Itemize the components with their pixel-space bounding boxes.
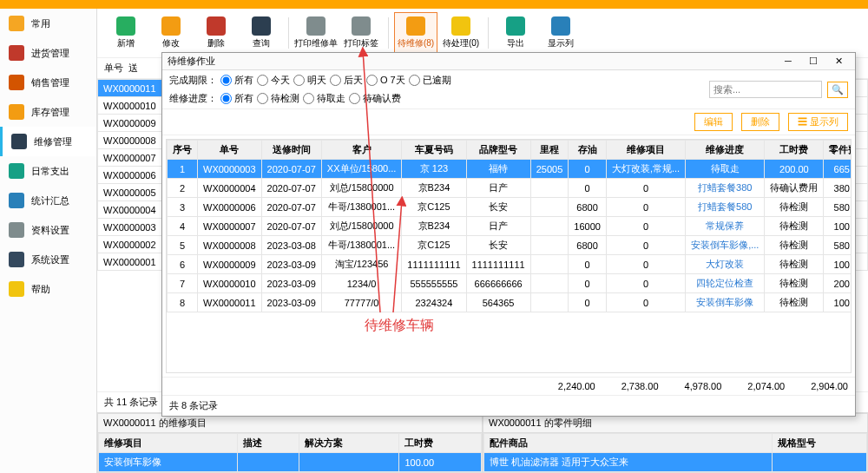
col-header[interactable]: 里程 (530, 141, 569, 160)
search-go-button[interactable]: 🔍 (827, 82, 848, 98)
nav-icon (9, 75, 24, 90)
table-row[interactable]: 2WX00000042020-07-07刘总/15800000京B234日产00… (168, 179, 852, 198)
col-header[interactable]: 工时费 (765, 141, 824, 160)
modal-status: 共 8 条记录 (169, 399, 218, 412)
radio-option[interactable]: 待检测 (257, 92, 299, 105)
bg-no[interactable]: WX0000009 (98, 115, 162, 132)
radio-option[interactable]: O 7天 (366, 74, 405, 87)
col-header[interactable]: 序号 (168, 141, 198, 160)
delete-button[interactable]: 删除 (741, 113, 779, 131)
bg-no[interactable]: WX0000004 (98, 201, 162, 219)
col-header[interactable]: 品牌型号 (466, 141, 530, 160)
maximize-icon[interactable]: ☐ (802, 56, 825, 67)
bp-col[interactable]: 规格型号 (772, 434, 866, 453)
radio-option[interactable]: 所有 (220, 92, 253, 105)
bp-row[interactable]: 安装倒车影像100.00 (99, 453, 482, 472)
toolbar-label: 新增 (117, 37, 135, 49)
col-header[interactable]: 维修进度 (686, 141, 765, 160)
sidebar-item[interactable]: 系统设置 (0, 245, 96, 274)
toolbar-button[interactable]: 打印标签 (339, 13, 383, 53)
bp-col[interactable]: 配件商品 (484, 434, 773, 453)
total-value: 2,738.00 (621, 381, 659, 391)
col-header[interactable]: 送修时间 (261, 141, 321, 160)
sidebar-item[interactable]: 库存管理 (0, 97, 96, 127)
bp-row[interactable]: 博世 机油滤清器 适用于大众宝来 (484, 453, 867, 472)
table-row[interactable]: 8WX00000112023-03-0977777/02324324564365… (168, 293, 852, 312)
sidebar-item[interactable]: 常用 (0, 9, 96, 38)
toolbar-button[interactable]: 显示列 (539, 13, 582, 53)
toolbar-label: 打印维修单 (294, 37, 338, 49)
radio-option[interactable]: 后天 (330, 74, 363, 87)
sidebar-item[interactable]: 资料设置 (0, 215, 96, 245)
toolbar-button[interactable]: 待处理(0) (439, 13, 483, 53)
nav-icon (9, 16, 24, 31)
radio-option[interactable]: 已逾期 (409, 74, 451, 87)
table-row[interactable]: 7WX00000102023-03-091234/055555555566666… (168, 274, 852, 293)
toolbar-button[interactable]: 打印维修单 (294, 13, 338, 53)
bp-col[interactable]: 解决方案 (299, 434, 398, 453)
radio-option[interactable]: 今天 (257, 74, 290, 87)
table-row[interactable]: 5WX00000082023-03-08牛哥/1380001...京C125长安… (168, 236, 852, 255)
toolbar-button[interactable]: 导出 (494, 13, 537, 53)
toolbar-label: 导出 (507, 37, 524, 49)
table-row[interactable]: 6WX00000092023-03-09淘宝/12345611111111111… (168, 255, 852, 274)
col-header[interactable]: 客户 (321, 141, 402, 160)
bp-title: WX0000011 的维修项目 (98, 414, 482, 433)
bg-no[interactable]: WX0000003 (98, 219, 162, 236)
bp-col[interactable]: 维修项目 (99, 434, 238, 453)
toolbar-button[interactable]: 待维修(8) (394, 12, 437, 54)
sidebar-item[interactable]: 销售管理 (0, 68, 96, 97)
bg-no[interactable]: WX0000011 (98, 80, 162, 97)
col-header[interactable]: 车夏号码 (402, 141, 466, 160)
sidebar-item-label: 帮助 (31, 283, 50, 296)
sidebar-item-label: 资料设置 (31, 224, 69, 237)
toolbar-label: 待维修(8) (398, 37, 434, 49)
sidebar-item-label: 系统设置 (31, 253, 69, 266)
toolbar-icon (161, 16, 181, 36)
total-value: 4,978.00 (685, 381, 722, 391)
radio-option[interactable]: 明天 (293, 74, 326, 87)
nav-icon (11, 134, 27, 149)
minimize-icon[interactable]: ─ (777, 56, 799, 66)
bg-no[interactable]: WX0000001 (98, 253, 162, 271)
toolbar-icon (451, 16, 470, 36)
toolbar-label: 修改 (162, 37, 180, 49)
sidebar-item[interactable]: 日常支出 (0, 156, 96, 186)
radio-option[interactable]: 待确认费 (349, 92, 401, 105)
show-cols-button[interactable]: ☰ 显示列 (788, 113, 848, 131)
sidebar-item-label: 销售管理 (31, 76, 69, 89)
col-header[interactable]: 存油 (569, 141, 607, 160)
table-row[interactable]: 1WX00000032020-07-07XX单位/15800...京 123福特… (168, 160, 852, 179)
table-row[interactable]: 4WX00000072020-07-07刘总/15800000京B234日产16… (168, 217, 852, 236)
toolbar-icon (116, 16, 135, 36)
bp-title: WX0000011 的零件明细 (483, 414, 867, 433)
radio-option[interactable]: 所有 (220, 74, 253, 87)
toolbar-label: 待处理(0) (443, 37, 479, 49)
sidebar-item-label: 统计汇总 (31, 194, 69, 207)
bg-no[interactable]: WX0000005 (98, 184, 162, 201)
table-row[interactable]: 3WX00000062020-07-07牛哥/1380001...京C125长安… (168, 198, 852, 217)
bg-no[interactable]: WX0000006 (98, 167, 162, 184)
col-header[interactable]: 单号 (198, 141, 262, 160)
bg-no[interactable]: WX0000010 (98, 97, 162, 115)
sidebar-item[interactable]: 统计汇总 (0, 186, 96, 215)
radio-option[interactable]: 待取走 (303, 92, 345, 105)
sidebar-item[interactable]: 进货管理 (0, 38, 96, 68)
col-header[interactable]: 零件费用 (824, 141, 852, 160)
sidebar-item[interactable]: 帮助 (0, 274, 96, 304)
toolbar-button[interactable]: 修改 (149, 13, 193, 53)
sidebar-item[interactable]: 维修管理 (0, 127, 96, 156)
toolbar-button[interactable]: 新增 (104, 13, 148, 53)
bg-no[interactable]: WX0000002 (98, 236, 162, 253)
edit-button[interactable]: 编辑 (694, 113, 733, 131)
col-header[interactable]: 维修项目 (606, 141, 685, 160)
nav-icon (9, 104, 24, 120)
bg-no[interactable]: WX0000008 (98, 132, 162, 149)
bg-no[interactable]: WX0000007 (98, 149, 162, 167)
bp-col[interactable]: 工时费 (399, 434, 482, 453)
close-icon[interactable]: ✕ (827, 56, 850, 67)
search-input[interactable] (709, 81, 822, 98)
toolbar-button[interactable]: 查询 (240, 13, 283, 53)
toolbar-button[interactable]: 删除 (194, 13, 238, 53)
bp-col[interactable]: 描述 (238, 434, 299, 453)
